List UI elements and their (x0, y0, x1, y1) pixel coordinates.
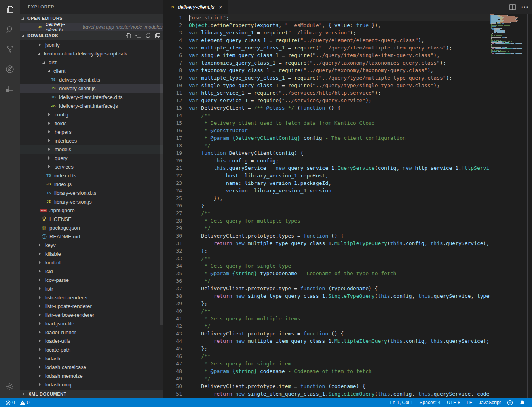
line-number[interactable]: 26 (163, 202, 189, 209)
code-line-3[interactable]: 3var library_version_1 = require("../lib… (163, 29, 490, 36)
tree-folder-fields[interactable]: fields (20, 119, 163, 127)
line-number[interactable]: 7 (163, 59, 189, 67)
notifications-bell-icon[interactable] (516, 398, 528, 407)
code-line-32[interactable]: 32 }; (163, 247, 490, 255)
tab-delivery-client-js[interactable]: JS delivery-client.js × (163, 0, 228, 14)
code-line-14[interactable]: 14 /** (163, 112, 490, 119)
tree-file-package-json[interactable]: {}package.json (20, 223, 163, 232)
minimap[interactable] (490, 14, 527, 398)
line-number[interactable]: 45 (163, 345, 189, 352)
line-number[interactable]: 41 (163, 315, 189, 322)
status-item-ln-1-col-1[interactable]: Ln 1, Col 1 (387, 398, 416, 407)
code-line-49[interactable]: 49 */ (163, 375, 490, 382)
line-number[interactable]: 31 (163, 240, 189, 247)
code-line-23[interactable]: 23 name: library_version_1.packageId, (163, 179, 490, 187)
line-number[interactable]: 32 (163, 247, 189, 255)
code-line-19[interactable]: 19 function DeliveryClient(config) { (163, 149, 490, 157)
line-number[interactable]: 23 (163, 179, 189, 187)
code-line-15[interactable]: 15 * Delivery client used to fetch data … (163, 119, 490, 127)
tree-folder-interfaces[interactable]: interfaces (20, 136, 163, 145)
line-number[interactable]: 11 (163, 89, 189, 97)
code-line-36[interactable]: 36 */ (163, 277, 490, 285)
code-line-48[interactable]: 48 * @param {string} codename - Codename… (163, 367, 490, 375)
code-line-25[interactable]: 25 }); (163, 194, 490, 202)
line-number[interactable]: 51 (163, 390, 189, 397)
code-line-13[interactable]: 13var DeliveryClient = /** @class */ (fu… (163, 104, 490, 112)
tree-folder-killable[interactable]: killable (20, 249, 163, 258)
code-line-6[interactable]: 6var single_item_query_class_1 = require… (163, 51, 490, 59)
line-number[interactable]: 37 (163, 285, 189, 292)
status-item-lf[interactable]: LF (464, 398, 475, 407)
tree-folder-helpers[interactable]: helpers (20, 127, 163, 136)
tree-folder-loader-runner[interactable]: loader-runner (20, 328, 163, 337)
line-number[interactable]: 47 (163, 360, 189, 367)
tree-folder-locate-path[interactable]: locate-path (20, 345, 163, 354)
line-number[interactable]: 30 (163, 232, 189, 240)
code-line-8[interactable]: 8var taxonomy_query_class_1 = require(".… (163, 67, 490, 74)
open-editors-header[interactable]: OPEN EDITORS (20, 14, 163, 23)
split-editor-icon[interactable] (509, 4, 516, 10)
code-line-1[interactable]: 1"use strict"; (163, 14, 490, 21)
line-number[interactable]: 27 (163, 209, 189, 217)
line-number[interactable]: 2 (163, 21, 189, 29)
line-number[interactable]: 10 (163, 82, 189, 89)
tree-folder-query[interactable]: query (20, 154, 163, 162)
tree-file-idelivery-client-interface-js[interactable]: JSidelivery-client.interface.js (20, 101, 163, 110)
line-number[interactable]: 8 (163, 67, 189, 74)
tree-folder-kind-of[interactable]: kind-of (20, 258, 163, 267)
line-number[interactable]: 28 (163, 217, 189, 224)
tree-folder-lcov-parse[interactable]: lcov-parse (20, 276, 163, 284)
code-line-22[interactable]: 22 host: library_version_1.repoHost, (163, 172, 490, 179)
new-file-icon[interactable] (126, 33, 131, 38)
line-number[interactable]: 17 (163, 134, 189, 142)
code-line-44[interactable]: 44 return new multiple_item_query_class_… (163, 337, 490, 345)
code-line-39[interactable]: 39 }; (163, 300, 490, 307)
tree-file--npmignore[interactable]: npm.npmignore (20, 206, 163, 215)
tree-file-library-version-js[interactable]: JSlibrary-version.js (20, 197, 163, 206)
line-number[interactable]: 21 (163, 164, 189, 172)
line-number[interactable]: 15 (163, 119, 189, 127)
tree-file-readme-md[interactable]: README.md (20, 232, 163, 241)
errors-indicator[interactable]: 0 (4, 398, 17, 407)
code-line-28[interactable]: 28 * Gets query for multiple types (163, 217, 490, 224)
code-line-4[interactable]: 4var element_query_class_1 = require("..… (163, 36, 490, 44)
source-control-icon[interactable] (0, 40, 20, 59)
tree-folder-dist[interactable]: dist (20, 58, 163, 67)
code-line-47[interactable]: 47 * Gets query for single item (163, 360, 490, 367)
code-line-20[interactable]: 20 this.config = config; (163, 157, 490, 164)
line-number[interactable]: 24 (163, 187, 189, 194)
tab-close-icon[interactable]: × (217, 4, 224, 10)
line-number[interactable]: 25 (163, 194, 189, 202)
code-line-7[interactable]: 7var taxonomies_query_class_1 = require(… (163, 59, 490, 67)
sidebar-scrollbar[interactable] (160, 40, 163, 325)
code-line-5[interactable]: 5var multiple_item_query_class_1 = requi… (163, 44, 490, 51)
code-line-17[interactable]: 17 * @param {DeliveryClientConfig} confi… (163, 134, 490, 142)
new-folder-icon[interactable] (135, 33, 141, 38)
line-number[interactable]: 6 (163, 51, 189, 59)
code-line-42[interactable]: 42 */ (163, 322, 490, 330)
status-item-spaces-4[interactable]: Spaces: 4 (416, 398, 444, 407)
explorer-icon[interactable] (0, 0, 20, 20)
line-number[interactable]: 19 (163, 149, 189, 157)
line-number[interactable]: 34 (163, 262, 189, 270)
line-number[interactable]: 4 (163, 36, 189, 44)
code-content[interactable]: 1"use strict";2Object.defineProperty(exp… (163, 14, 490, 398)
tree-folder-lodash-camelcase[interactable]: lodash.camelcase (20, 363, 163, 371)
code-line-43[interactable]: 43 DeliveryClient.prototype.items = func… (163, 330, 490, 337)
code-line-11[interactable]: 11var http_service_1 = require("../servi… (163, 89, 490, 97)
code-line-50[interactable]: 50 DeliveryClient.prototype.item = funct… (163, 382, 490, 390)
warnings-indicator[interactable]: 0 (18, 398, 31, 407)
debug-icon[interactable] (0, 59, 20, 79)
tree-folder-client[interactable]: client (20, 67, 163, 75)
code-line-45[interactable]: 45 }; (163, 345, 490, 352)
line-number[interactable]: 33 (163, 255, 189, 262)
extensions-icon[interactable] (0, 79, 20, 99)
code-line-12[interactable]: 12var query_service_1 = require("../serv… (163, 97, 490, 104)
line-number[interactable]: 12 (163, 97, 189, 104)
code-line-38[interactable]: 38 return new single_type_query_class_1.… (163, 292, 490, 300)
collapse-all-icon[interactable] (155, 33, 160, 38)
line-number[interactable]: 3 (163, 29, 189, 36)
open-editor-item[interactable]: JS delivery-client.js travel-pwa-app-mas… (20, 23, 163, 31)
line-number[interactable]: 13 (163, 104, 189, 112)
line-number[interactable]: 46 (163, 352, 189, 360)
